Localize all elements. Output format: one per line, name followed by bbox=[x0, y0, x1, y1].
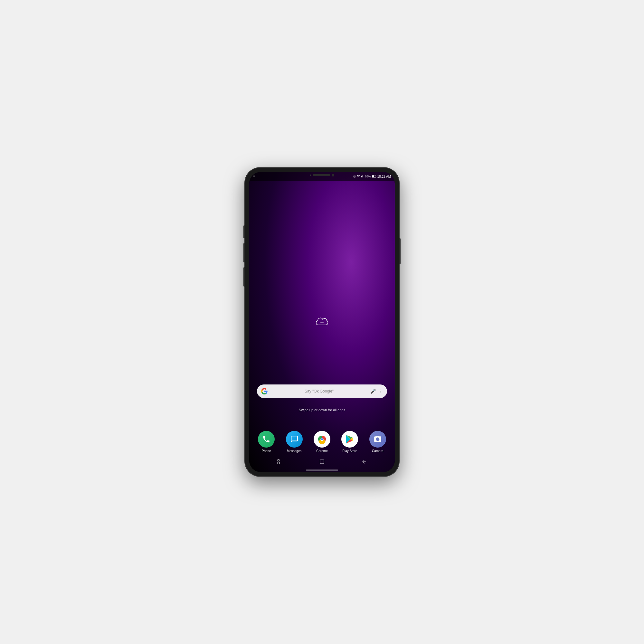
wifi-icon bbox=[357, 175, 360, 178]
time-display: 10:22 AM bbox=[377, 175, 391, 178]
back-button[interactable] bbox=[359, 458, 369, 466]
camera-dot bbox=[310, 175, 311, 176]
app-playstore[interactable]: Play Store bbox=[338, 431, 361, 453]
front-camera bbox=[332, 174, 334, 176]
svg-rect-2 bbox=[372, 175, 374, 177]
speaker-grille bbox=[313, 174, 330, 176]
search-placeholder-text: Say "Ok Google" bbox=[270, 389, 368, 393]
swipe-hint: Swipe up or down for all apps bbox=[249, 407, 395, 412]
chrome-app-icon[interactable] bbox=[314, 431, 330, 448]
notch-area bbox=[310, 172, 334, 176]
mic-icon[interactable]: 🎤 bbox=[370, 389, 376, 394]
app-phone[interactable]: Phone bbox=[255, 431, 278, 453]
home-button[interactable] bbox=[317, 458, 327, 466]
playstore-app-label: Play Store bbox=[342, 449, 357, 453]
bottom-navigation bbox=[249, 455, 395, 468]
svg-rect-14 bbox=[278, 459, 279, 461]
notification-icon: ✕ bbox=[253, 175, 255, 178]
bixby-button[interactable] bbox=[243, 267, 245, 287]
power-button[interactable] bbox=[399, 238, 401, 264]
camera-app-label: Camera bbox=[372, 449, 384, 453]
status-left-icons: ✕ bbox=[253, 175, 255, 178]
app-chrome[interactable]: Chrome bbox=[310, 431, 334, 453]
battery-icon bbox=[372, 175, 376, 178]
status-right-area: Ⓝ 55% 10:22 AM bbox=[353, 175, 391, 178]
svg-rect-15 bbox=[320, 460, 324, 464]
app-camera[interactable]: Camera bbox=[366, 431, 389, 453]
chrome-app-label: Chrome bbox=[316, 449, 328, 453]
playstore-app-icon[interactable] bbox=[341, 431, 358, 448]
messages-app-label: Messages bbox=[287, 449, 302, 453]
more-options-icon[interactable]: ⋮ bbox=[378, 389, 383, 394]
volume-down-button[interactable] bbox=[243, 243, 245, 262]
cloud-plus-icon[interactable] bbox=[314, 315, 330, 327]
phone-app-icon[interactable] bbox=[258, 431, 275, 448]
recent-apps-button[interactable] bbox=[275, 458, 285, 466]
google-logo bbox=[261, 388, 268, 395]
app-dock: Phone Messages bbox=[252, 431, 392, 453]
app-messages[interactable]: Messages bbox=[283, 431, 306, 453]
svg-rect-1 bbox=[376, 175, 376, 177]
camera-app-icon[interactable] bbox=[369, 431, 386, 448]
svg-point-9 bbox=[321, 438, 323, 440]
nfc-icon: Ⓝ bbox=[353, 175, 356, 178]
phone-screen: ✕ Ⓝ 55% 10:22 AM bbox=[249, 172, 395, 472]
messages-app-icon[interactable] bbox=[286, 431, 303, 448]
signal-icon bbox=[361, 175, 364, 178]
volume-up-button[interactable] bbox=[243, 225, 245, 238]
battery-percent: 55% bbox=[365, 175, 371, 178]
phone-app-label: Phone bbox=[262, 449, 271, 453]
phone-device: ✕ Ⓝ 55% 10:22 AM bbox=[245, 167, 399, 477]
search-bar-container: Say "Ok Google" 🎤 ⋮ bbox=[257, 384, 387, 398]
bottom-gesture-bar bbox=[306, 469, 338, 471]
google-search-bar[interactable]: Say "Ok Google" 🎤 ⋮ bbox=[257, 384, 387, 398]
